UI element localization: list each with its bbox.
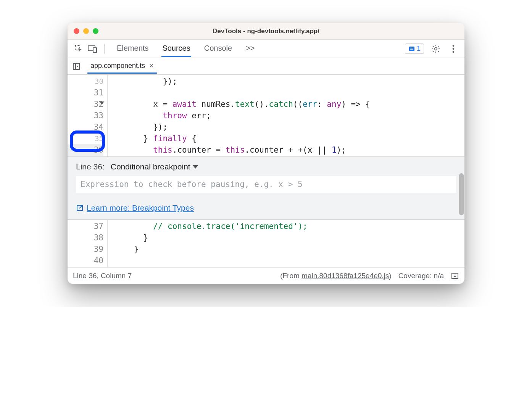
inspect-element-icon[interactable]	[73, 43, 84, 55]
tab-console[interactable]: Console	[203, 40, 233, 57]
tab-elements[interactable]: Elements	[116, 40, 149, 57]
fold-icon[interactable]	[100, 102, 104, 105]
code-line[interactable]: this.counter = this.counter + +(x || 1);	[114, 144, 464, 156]
file-tab-label: app.component.ts	[90, 62, 145, 70]
breakpoint-header: Line 36: Conditional breakpoint	[76, 162, 456, 171]
more-tabs-button[interactable]: >>	[245, 40, 255, 57]
breakpoint-panel: Line 36: Conditional breakpoint Learn mo…	[68, 156, 464, 220]
line-number[interactable]: 33	[68, 110, 103, 121]
editor-area-continued: 37383940 // console.trace('incremented')…	[68, 220, 464, 267]
code-editor[interactable]: }); x = await numRes.text().catch((err: …	[108, 75, 464, 156]
close-tab-icon[interactable]: ✕	[149, 62, 154, 69]
issues-badge[interactable]: 1	[405, 44, 424, 54]
chevron-down-icon	[193, 165, 198, 169]
show-drawer-icon[interactable]	[451, 272, 459, 280]
svg-rect-10	[73, 63, 79, 69]
code-editor[interactable]: // console.trace('incremented'); } }	[108, 220, 464, 267]
breakpoint-type-dropdown[interactable]: Conditional breakpoint	[111, 162, 198, 171]
coverage-status: Coverage: n/a	[398, 272, 444, 280]
devtools-window: DevTools - ng-devtools.netlify.app/ Elem…	[68, 23, 464, 284]
annotation-highlight-ring	[70, 130, 105, 152]
code-line[interactable]: }	[114, 243, 464, 255]
line-number[interactable]: 30	[68, 76, 103, 87]
line-number[interactable]: 38	[68, 232, 103, 243]
line-number[interactable]: 37	[68, 221, 103, 232]
editor-area: 30313233343536 }); x = await numRes.text…	[68, 75, 464, 156]
minimize-window-button[interactable]	[83, 28, 89, 34]
svg-rect-5	[410, 49, 413, 50]
learn-more-link[interactable]: Learn more: Breakpoint Types	[76, 203, 194, 213]
file-tab-app-component[interactable]: app.component.ts ✕	[87, 59, 157, 74]
breakpoint-condition-input[interactable]	[76, 176, 456, 193]
titlebar: DevTools - ng-devtools.netlify.app/	[68, 23, 464, 40]
code-line[interactable]	[114, 255, 464, 266]
window-title: DevTools - ng-devtools.netlify.app/	[68, 27, 464, 35]
cursor-position: Line 36, Column 7	[73, 272, 132, 280]
toolbar-divider	[104, 44, 105, 54]
line-number[interactable]: 31	[68, 87, 103, 98]
breakpoint-line-label: Line 36:	[76, 162, 105, 171]
code-line[interactable]: }	[114, 232, 464, 243]
toolbar-right: 1	[405, 43, 459, 55]
source-from: (From main.80d1368fa125e4e0.js)	[280, 272, 392, 280]
code-line[interactable]	[114, 87, 464, 98]
source-map-link[interactable]: main.80d1368fa125e4e0.js	[301, 272, 389, 280]
svg-rect-2	[93, 48, 97, 53]
settings-icon[interactable]	[430, 43, 442, 55]
statusbar: Line 36, Column 7 (From main.80d1368fa12…	[68, 267, 464, 284]
window-controls	[74, 28, 98, 34]
navigator-toggle-icon[interactable]	[71, 61, 81, 71]
maximize-window-button[interactable]	[93, 28, 98, 34]
more-options-icon[interactable]	[448, 43, 459, 55]
learn-more-label: Learn more: Breakpoint Types	[87, 203, 194, 213]
close-window-button[interactable]	[74, 28, 79, 34]
svg-point-8	[453, 48, 455, 50]
tab-sources[interactable]: Sources	[161, 40, 191, 57]
svg-point-6	[435, 47, 437, 50]
code-line[interactable]: });	[114, 121, 464, 133]
svg-point-7	[453, 45, 455, 47]
svg-point-9	[453, 51, 455, 53]
code-line[interactable]: } finally {	[114, 133, 464, 144]
device-toolbar-icon[interactable]	[87, 43, 98, 55]
scrollbar-thumb[interactable]	[459, 173, 464, 215]
main-toolbar: Elements Sources Console >> 1	[68, 40, 464, 58]
code-line[interactable]: });	[114, 76, 464, 87]
file-tab-bar: app.component.ts ✕	[68, 58, 464, 75]
breakpoint-type-label: Conditional breakpoint	[111, 162, 190, 171]
line-number[interactable]: 32	[68, 98, 103, 110]
line-number[interactable]: 40	[68, 255, 103, 266]
code-line[interactable]: throw err;	[114, 110, 464, 121]
line-number[interactable]: 39	[68, 243, 103, 255]
code-line[interactable]: x = await numRes.text().catch((err: any)…	[114, 98, 464, 110]
line-number-gutter[interactable]: 37383940	[68, 220, 108, 267]
code-line[interactable]: // console.trace('incremented');	[114, 221, 464, 232]
svg-rect-4	[410, 48, 413, 48]
panel-tabs: Elements Sources Console >>	[116, 40, 403, 57]
issues-count: 1	[417, 45, 421, 53]
